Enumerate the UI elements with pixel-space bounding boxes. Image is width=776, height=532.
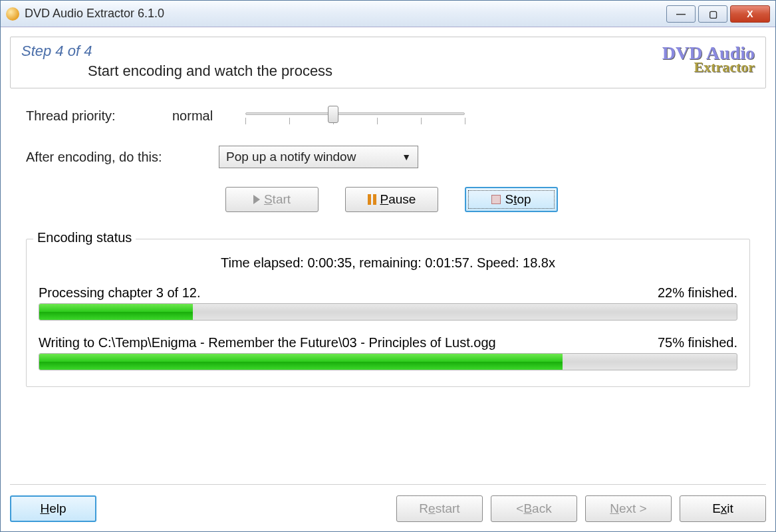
product-logo: DVD Audio Extractor (662, 45, 755, 73)
chevron-down-icon: ▼ (402, 152, 411, 162)
play-icon (253, 195, 260, 204)
chapter-progress-label: Processing chapter 3 of 12. (39, 285, 200, 301)
titlebar[interactable]: DVD Audio Extractor 6.1.0 — ▢ X (1, 1, 775, 27)
file-progressbar (39, 353, 737, 370)
after-encoding-label: After encoding, do this: (26, 150, 219, 165)
wizard-header: Step 4 of 4 Start encoding and watch the… (10, 37, 766, 88)
pause-button[interactable]: Pause (345, 187, 438, 212)
chapter-progressfill (39, 304, 193, 320)
chapter-progressbar (39, 303, 737, 321)
after-encoding-selected: Pop up a notify window (226, 150, 356, 164)
maximize-button[interactable]: ▢ (698, 5, 727, 23)
file-progressfill (39, 354, 563, 370)
encoding-status-group: Encoding status Time elapsed: 0:00:35, r… (26, 239, 750, 387)
stop-button[interactable]: Stop (465, 187, 558, 212)
slider-thumb[interactable] (328, 106, 338, 123)
next-button: Next > (585, 495, 672, 522)
step-description: Start encoding and watch the process (88, 63, 332, 80)
stop-icon (491, 195, 501, 204)
back-button: < Back (491, 495, 577, 522)
start-button: Start (225, 187, 319, 212)
close-button[interactable]: X (730, 5, 770, 23)
app-window: DVD Audio Extractor 6.1.0 — ▢ X Step 4 o… (0, 0, 776, 532)
exit-button[interactable]: Exit (680, 495, 766, 522)
encoding-status-legend: Encoding status (33, 230, 136, 245)
file-progress-pct: 75% finished. (658, 335, 737, 350)
after-encoding-dropdown[interactable]: Pop up a notify window ▼ (219, 146, 418, 168)
thread-priority-value: normal (172, 108, 239, 124)
restart-button: Restart (396, 495, 483, 522)
help-button[interactable]: Help (10, 495, 96, 522)
thread-priority-slider[interactable] (245, 104, 465, 127)
wizard-footer: Help Restart < Back Next > Exit (10, 484, 766, 522)
slider-track (245, 112, 465, 115)
chapter-progress-pct: 22% finished. (658, 285, 737, 301)
window-title: DVD Audio Extractor 6.1.0 (25, 7, 164, 21)
minimize-button[interactable]: — (666, 5, 696, 23)
file-progress-label: Writing to C:\Temp\Enigma - Remember the… (39, 335, 496, 350)
app-icon (6, 7, 19, 21)
step-label: Step 4 of 4 (21, 43, 332, 60)
pause-icon (368, 194, 376, 205)
timing-text: Time elapsed: 0:00:35, remaining: 0:01:5… (39, 255, 737, 271)
